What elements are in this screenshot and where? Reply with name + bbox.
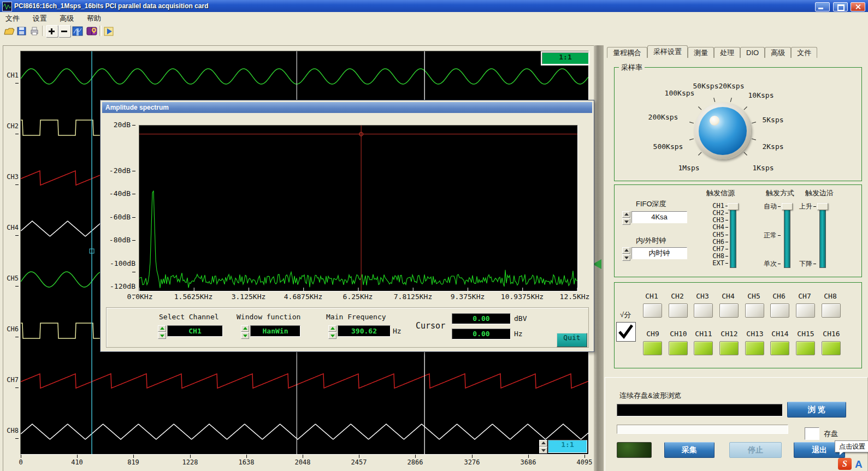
sample-rate-knob-face[interactable] [699,107,747,155]
spinner-down-icon[interactable] [622,254,630,261]
menu-settings[interactable]: 设置 [27,12,52,25]
menu-advanced[interactable]: 高级 [54,12,79,25]
ch1-button[interactable] [643,303,662,318]
ch16-button[interactable] [822,341,841,355]
ch6-button[interactable] [770,303,789,318]
trigger-source-slider-thumb[interactable] [728,203,739,210]
trigger-source-option: CH6 [712,238,728,246]
ch8-button[interactable] [822,303,841,318]
tab-measure[interactable]: 测量 [688,47,714,58]
zoom-in-icon[interactable] [46,25,58,38]
save-icon[interactable] [16,25,28,37]
spinner-down-icon[interactable] [622,218,630,225]
ch12-label: CH12 [721,330,737,338]
quit-button[interactable]: Quit [557,333,587,347]
print-icon[interactable] [28,25,40,37]
spinner-up-icon[interactable] [539,440,547,446]
spinner-up-icon[interactable] [622,247,630,254]
trigger-mode-slider-thumb[interactable] [782,203,793,210]
ch10-label: CH10 [670,330,687,338]
trigger-edge-header: 触发边沿 [805,188,834,198]
ch13-button[interactable] [745,341,764,355]
cursor-dbv-display: 0.00 [452,313,511,324]
maximize-button[interactable] [833,2,848,11]
minimize-button[interactable] [815,2,830,11]
tab-range-coupling[interactable]: 量程耦合 [607,47,647,58]
tab-dio[interactable]: DIO [740,47,765,58]
knob-label-50ksps: 50Ksps [693,82,719,90]
save-path-field[interactable] [617,404,783,416]
x-tick-label: 410 [71,458,83,466]
ime-mode-icon[interactable]: A [855,458,863,470]
clock-source-spinner[interactable] [622,247,630,259]
menu-help[interactable]: 帮助 [81,12,107,25]
sampling-rate-group: 采样率 100Ksps 50Ksps 20Ksps 10Ksps 5Ksps 2… [614,67,862,181]
stop-button[interactable]: 停止 [729,442,782,458]
spinner-down-icon[interactable] [539,447,547,454]
fifo-depth-spinner[interactable] [622,211,630,223]
select-channel-spinner[interactable] [158,325,166,337]
trigger-source-slider[interactable] [730,206,736,268]
save-checkbox[interactable] [805,427,819,440]
spinner-up-icon[interactable] [241,325,249,332]
spinner-down-icon[interactable] [328,332,336,339]
ch15-button[interactable] [796,341,815,355]
ch12-button[interactable] [719,341,739,355]
title-bar[interactable]: PCI8616:16ch_1Msps_16bits PCI parallel d… [0,0,868,12]
main-frequency-spinner[interactable] [328,325,336,337]
spectrum-title-bar[interactable]: Amplitude spectrum [102,102,592,113]
settings-panel: 量程耦合采样设置测量处理DIO高级文件 采样率 100Ksps 50Ksps 2… [604,45,868,471]
run-icon[interactable] [103,25,115,37]
sample-rate-knob[interactable] [694,103,751,159]
spinner-up-icon[interactable] [158,325,166,332]
ch3-button[interactable] [694,303,713,318]
ch4-button[interactable] [719,303,739,318]
spectrum-plot[interactable] [139,125,578,291]
close-button[interactable] [851,2,865,11]
splitter[interactable] [594,45,604,471]
tab-file[interactable]: 文件 [791,47,817,58]
select-channel-value[interactable]: CH1 [167,325,223,337]
split-mode-checkbox[interactable] [616,322,636,342]
spinner-up-icon[interactable] [328,325,336,332]
select-channel-label: Select Channel [159,313,219,321]
x-tick [21,455,21,458]
menu-file[interactable]: 文件 [0,12,25,25]
ch9-button[interactable] [643,341,662,355]
toolbar-separator [42,26,44,36]
tab-advanced[interactable]: 高级 [765,47,791,58]
tab-sampling-settings[interactable]: 采样设置 [647,45,688,58]
fifo-depth-value[interactable]: 4Ksa [631,211,687,223]
knob-label-5ksps: 5Ksps [762,116,783,124]
ch14-button[interactable] [770,341,789,355]
spinner-down-icon[interactable] [158,332,166,339]
spinner-up-icon[interactable] [622,211,630,218]
ch2-button[interactable] [669,303,688,318]
amplitude-spectrum-window[interactable]: Amplitude spectrum 20dB -20dB -40dB -60d… [100,100,594,352]
ime-logo-icon[interactable]: S [838,458,852,470]
ch7-button[interactable] [796,303,815,318]
main-frequency-value[interactable]: 390.62 [338,325,391,337]
waveform-icon[interactable] [72,25,84,37]
spinner-down-icon[interactable] [241,332,249,339]
window-function-spinner[interactable] [241,325,249,337]
trigger-mode-slider[interactable] [784,206,790,268]
zoom-spinner[interactable] [539,440,547,452]
trigger-edge-slider[interactable] [819,206,826,268]
trigger-edge-slider-thumb[interactable] [817,203,828,210]
zoom-out-icon[interactable] [58,25,71,38]
open-icon[interactable] [3,25,15,37]
clock-source-value[interactable]: 内时钟 [631,247,687,259]
trigger-group: 触发信源 触发方式 触发边沿 FIFO深度 4Ksa 内/外时钟 内时钟 CH1… [614,184,862,277]
tab-process[interactable]: 处理 [714,47,740,58]
trigger-source-option: CH7 [712,245,728,253]
knob-label-1msps: 1Msps [678,164,699,172]
browse-button[interactable]: 浏 览 [787,402,846,418]
window-function-value[interactable]: HanWin [250,325,300,337]
ch10-button[interactable] [669,341,688,355]
x-tick-label: 0 [19,458,22,466]
ch11-button[interactable] [694,341,713,355]
ch5-button[interactable] [745,303,764,318]
help-icon[interactable] [86,25,98,37]
collect-button[interactable]: 采集 [664,442,715,458]
